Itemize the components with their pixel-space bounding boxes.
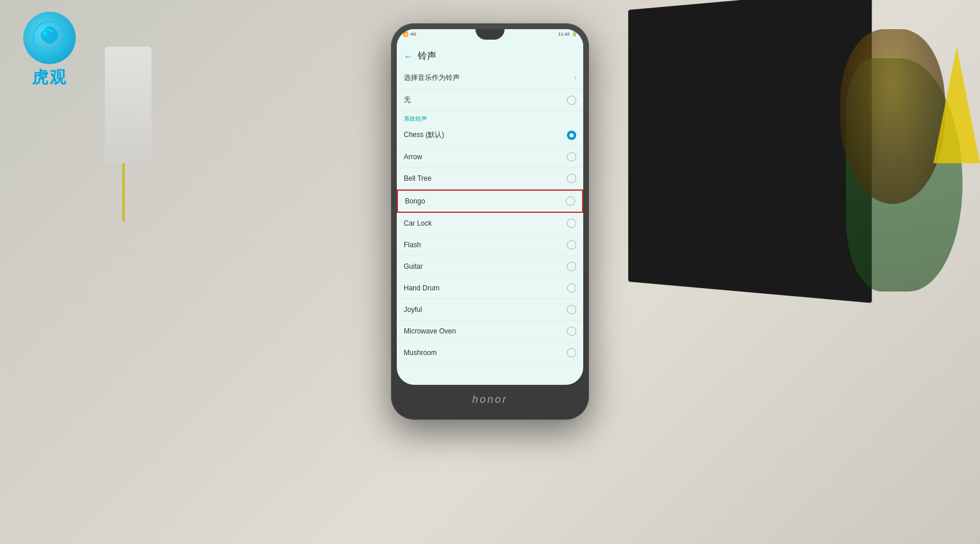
none-label: 无: [404, 95, 411, 105]
screen-content: ← 铃声 选择音乐作为铃声 › 无 系统铃声 Che: [397, 45, 583, 385]
lamp-stand-decoration: [122, 163, 125, 222]
signal-icon: 📶: [403, 31, 408, 37]
ringtone-item-bongo[interactable]: Bongo: [397, 189, 583, 213]
notch-area: 📶 4G 11:42 🔋: [397, 29, 583, 45]
ringtone-car-lock-label: Car Lock: [404, 219, 432, 227]
status-right: 11:42 🔋: [558, 31, 577, 37]
logo: 虎观: [12, 12, 87, 87]
battery-icon: 🔋: [572, 31, 577, 37]
lamp-decoration: [105, 47, 151, 163]
ringtone-list: 选择音乐作为铃声 › 无 系统铃声 Chess (默认) Arrow: [397, 67, 583, 385]
ringtone-chess-label: Chess (默认): [404, 130, 444, 140]
time-display: 11:42: [558, 31, 570, 37]
pine-cone-decoration: [840, 29, 945, 204]
section-label: 系统铃声: [397, 111, 583, 124]
ringtone-guitar-label: Guitar: [404, 262, 423, 271]
ringtone-joyful-label: Joyful: [404, 306, 422, 314]
flash-radio[interactable]: [567, 240, 576, 250]
ringtone-item-bell-tree[interactable]: Bell Tree: [397, 168, 583, 189]
bell-tree-radio[interactable]: [567, 174, 576, 183]
signal-label: 4G: [410, 31, 417, 37]
chess-radio[interactable]: [567, 131, 576, 140]
logo-circle: [23, 12, 76, 64]
phone-brand: honor: [472, 394, 507, 406]
ringtone-item-car-lock[interactable]: Car Lock: [397, 213, 583, 234]
none-radio[interactable]: [567, 96, 576, 105]
ringtone-item-guitar[interactable]: Guitar: [397, 256, 583, 278]
ringtone-item-mushroom[interactable]: Mushroom: [397, 342, 583, 364]
page-title: 铃声: [418, 50, 436, 62]
microwave-oven-radio[interactable]: [567, 327, 576, 336]
select-music-label: 选择音乐作为铃声: [404, 73, 460, 83]
bongo-radio[interactable]: [566, 196, 575, 206]
joyful-radio[interactable]: [567, 305, 576, 314]
ringtone-item-chess[interactable]: Chess (默认): [397, 124, 583, 146]
ringtone-item-microwave-oven[interactable]: Microwave Oven: [397, 321, 583, 342]
ringtone-item-joyful[interactable]: Joyful: [397, 299, 583, 321]
logo-icon: [32, 20, 67, 55]
screen-header: ← 铃声: [397, 45, 583, 67]
chevron-right-icon: ›: [574, 75, 576, 81]
logo-text: 虎观: [12, 66, 87, 89]
ringtone-item-arrow[interactable]: Arrow: [397, 146, 583, 168]
phone-device: 📶 4G 11:42 🔋 ← 铃声 选择音乐作为铃声: [391, 23, 589, 420]
phone-screen: 📶 4G 11:42 🔋 ← 铃声 选择音乐作为铃声: [397, 29, 583, 385]
ringtone-item-hand-drum[interactable]: Hand Drum: [397, 278, 583, 299]
guitar-radio[interactable]: [567, 262, 576, 271]
status-left: 📶 4G: [403, 31, 417, 37]
status-bar: 📶 4G 11:42 🔋: [403, 31, 577, 37]
none-item[interactable]: 无: [397, 89, 583, 111]
dark-box-decoration: [628, 0, 872, 303]
hand-drum-radio[interactable]: [567, 283, 576, 293]
ringtone-flash-label: Flash: [404, 241, 421, 249]
ringtone-item-flash[interactable]: Flash: [397, 234, 583, 256]
ringtone-mushroom-label: Mushroom: [404, 349, 437, 357]
phone-bottom: honor: [397, 385, 583, 414]
car-lock-radio[interactable]: [567, 219, 576, 228]
ringtone-microwave-oven-label: Microwave Oven: [404, 327, 456, 335]
ringtone-hand-drum-label: Hand Drum: [404, 284, 439, 292]
svg-point-1: [43, 31, 47, 36]
mushroom-radio[interactable]: [567, 348, 576, 357]
arrow-radio[interactable]: [567, 152, 576, 162]
select-music-item[interactable]: 选择音乐作为铃声 ›: [397, 67, 583, 89]
ringtone-bongo-label: Bongo: [405, 197, 425, 205]
ringtone-arrow-label: Arrow: [404, 153, 422, 161]
ringtone-bell-tree-label: Bell Tree: [404, 174, 431, 182]
back-button[interactable]: ←: [404, 51, 413, 62]
